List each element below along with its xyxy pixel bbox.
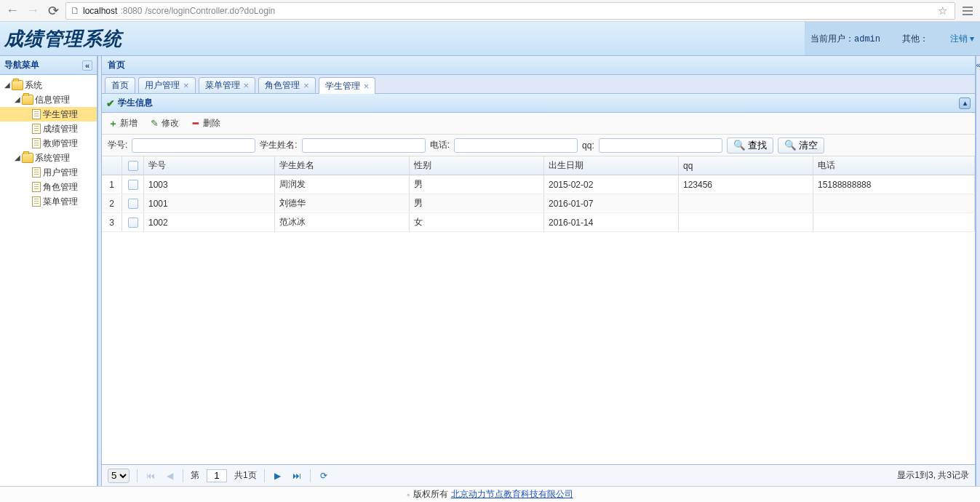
- back-button[interactable]: ←: [4, 3, 20, 19]
- current-user-value: admin: [854, 34, 880, 44]
- logout-link[interactable]: 注销▾: [950, 33, 974, 45]
- bookmark-icon[interactable]: ☆: [935, 4, 950, 17]
- address-bar[interactable]: 🗋 localhost:8080/score/loginController.d…: [65, 2, 955, 20]
- chevron-down-icon: ▾: [970, 33, 974, 44]
- app-header: 成绩管理系统 当前用户：admin 其他： 注销▾: [0, 22, 980, 56]
- chrome-menu-icon[interactable]: [960, 3, 976, 19]
- url-port: :8080: [120, 6, 142, 16]
- user-area: 当前用户：admin 其他： 注销▾: [805, 22, 980, 55]
- forward-button[interactable]: →: [25, 3, 41, 19]
- reload-button[interactable]: ⟳: [45, 3, 61, 19]
- browser-toolbar: ← → ⟳ 🗋 localhost:8080/score/loginContro…: [0, 0, 980, 22]
- other-label: 其他：: [902, 33, 928, 45]
- url-host: localhost: [83, 6, 117, 16]
- app-logo: 成绩管理系统: [0, 26, 122, 52]
- page-icon: 🗋: [71, 5, 80, 16]
- url-path: /score/loginController.do?doLogin: [145, 6, 275, 16]
- current-user-label: 当前用户：: [810, 33, 854, 44]
